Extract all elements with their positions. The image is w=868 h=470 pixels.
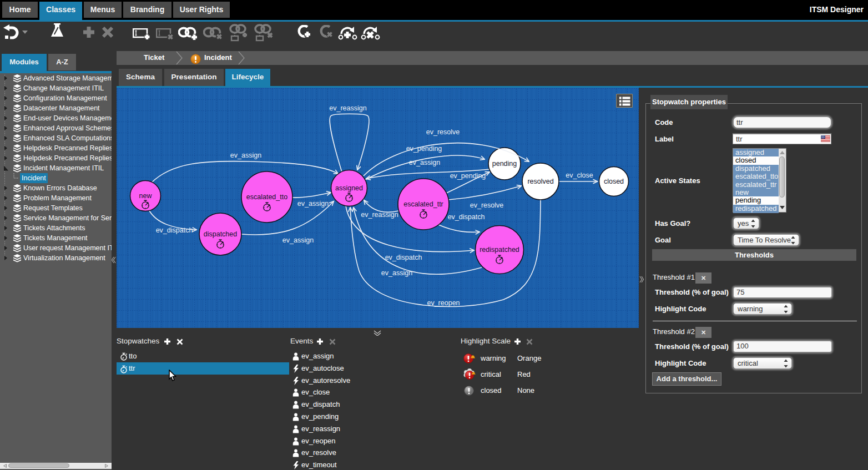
svg-text:ev_assign: ev_assign [282,236,314,244]
svg-text:closed: closed [604,178,624,185]
svg-text:redispatched: redispatched [480,246,519,254]
svg-text:ev_resolve: ev_resolve [426,128,460,136]
svg-text:ev_dispatch: ev_dispatch [448,213,485,221]
svg-text:ev_close: ev_close [566,171,593,179]
svg-text:assigned: assigned [335,184,363,192]
svg-text:new: new [139,192,153,200]
svg-text:ev_pending: ev_pending [450,172,486,180]
svg-text:ev_reassign: ev_reassign [361,211,398,219]
svg-text:pending: pending [492,160,517,168]
svg-text:ev_reassign: ev_reassign [329,104,366,112]
svg-text:ev_resolve: ev_resolve [470,201,503,209]
svg-text:ev_dispatch: ev_dispatch [385,254,422,261]
svg-text:escalated_ttr: escalated_ttr [403,200,443,208]
svg-text:ev_reopen: ev_reopen [427,299,460,307]
svg-text:ev_assign: ev_assign [409,159,440,166]
svg-text:ev_assign: ev_assign [297,200,329,208]
svg-text:ev_assign: ev_assign [381,269,412,277]
svg-text:dispatched: dispatched [204,230,238,238]
svg-text:ev_assign: ev_assign [230,151,261,159]
svg-text:ev_dispatch: ev_dispatch [156,226,193,234]
svg-text:escalated_tto: escalated_tto [246,193,287,201]
svg-text:resolved: resolved [527,178,553,185]
